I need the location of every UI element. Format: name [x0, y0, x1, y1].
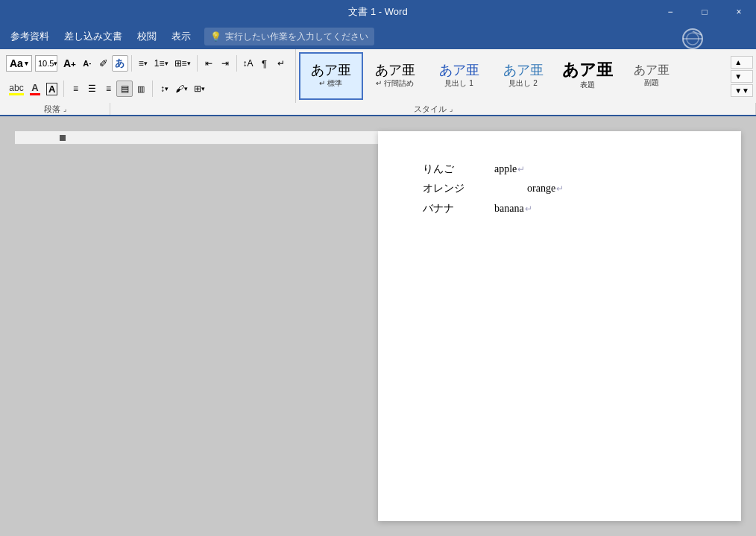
- ruler-left-indent: [60, 135, 66, 141]
- column-layout-button[interactable]: ▥: [133, 81, 149, 97]
- ruler-marks: [60, 131, 333, 144]
- search-placeholder-text: 実行したい作業を入力してください: [225, 31, 368, 43]
- char-border-button[interactable]: A: [43, 81, 60, 97]
- font-aa-text: Aa: [10, 57, 23, 69]
- highlight-button[interactable]: abc: [6, 81, 27, 97]
- minimize-button[interactable]: −: [653, 0, 687, 24]
- ribbon-label-bar: 段落 ⌟ スタイル ⌟: [0, 103, 756, 116]
- menu-hyoji[interactable]: 表示: [164, 27, 198, 46]
- ribbon: Aa ▾ 10.5 ▾ A+ A- ✐: [0, 49, 756, 116]
- text-box-icon: あ: [115, 57, 125, 70]
- style-label-5: 副題: [644, 78, 659, 88]
- style-preview-0: あア亜: [311, 63, 351, 77]
- style-label-4: 表題: [580, 80, 595, 90]
- ribbon-row-2: abc A A ≡ ☰: [3, 76, 292, 101]
- style-preview-1: あア亜: [375, 63, 415, 77]
- font-color-bar: [30, 93, 40, 95]
- style-item-compact[interactable]: あア亜 ↵ 行間詰め: [363, 52, 427, 100]
- increase-indent-button[interactable]: ⇥: [217, 55, 233, 72]
- style-item-title[interactable]: あア亜 表題: [555, 52, 620, 100]
- clear-formatting-button[interactable]: ✐: [95, 55, 112, 72]
- decrease-indent-button[interactable]: ⇤: [201, 55, 217, 72]
- font-selector-aa[interactable]: Aa ▾: [6, 55, 32, 72]
- search-box[interactable]: 💡 実行したい作業を入力してください: [204, 28, 374, 45]
- char-border-icon: A: [46, 83, 57, 95]
- separator-3: [236, 55, 237, 72]
- font-grow-button[interactable]: A+: [60, 55, 79, 72]
- clear-format-icon: ✐: [99, 57, 108, 69]
- doc-english-1: apple: [494, 161, 517, 177]
- align-justify-icon: ▤: [121, 83, 129, 94]
- separator-4: [63, 81, 64, 97]
- menu-kouken[interactable]: 校閲: [130, 27, 164, 46]
- font-shrink-button[interactable]: A-: [79, 55, 95, 72]
- styles-scroll-up[interactable]: ▲: [731, 56, 753, 69]
- highlight-color-bar: [9, 93, 24, 95]
- window-controls: − □ ×: [653, 0, 756, 24]
- style-preview-3: あア亜: [503, 63, 544, 77]
- style-item-heading2[interactable]: あア亜 見出し 2: [491, 52, 555, 100]
- text-box-button[interactable]: あ: [112, 55, 128, 72]
- align-justify-button[interactable]: ▤: [116, 81, 133, 97]
- doc-english-2: orange: [527, 180, 555, 197]
- font-size-dropdown-icon: ▾: [54, 60, 57, 67]
- window-title: 文書 1 - Word: [348, 5, 407, 19]
- show-marks-button[interactable]: ¶: [256, 55, 273, 72]
- document-page[interactable]: りんご apple ↵ オレンジ orange ↵ バナナ banana ↵: [378, 131, 741, 521]
- doc-english-3: banana: [494, 201, 524, 217]
- style-label-2: 見出し 1: [444, 78, 473, 89]
- ribbon-row-1: Aa ▾ 10.5 ▾ A+ A- ✐: [3, 51, 292, 76]
- align-left-button[interactable]: ≡: [67, 81, 84, 97]
- menu-sankoshoryo[interactable]: 参考資料: [3, 27, 57, 46]
- sort-button[interactable]: ↕A: [240, 55, 256, 72]
- style-expand-icon[interactable]: ⌟: [450, 105, 453, 113]
- shading-button[interactable]: 🖌▾: [172, 81, 191, 97]
- style-item-heading1[interactable]: あア亜 見出し 1: [427, 52, 491, 100]
- styles-scroll-buttons: ▲ ▼ ▼▼: [731, 56, 753, 97]
- align-right-button[interactable]: ≡: [100, 81, 116, 97]
- separator-1: [131, 55, 132, 72]
- doc-line-3: バナナ banana ↵: [423, 201, 696, 217]
- section-label-danraku: 段落 ⌟: [0, 103, 110, 115]
- close-button[interactable]: ×: [722, 0, 756, 24]
- section-label-style: スタイル ⌟: [110, 103, 756, 115]
- restore-button[interactable]: □: [687, 0, 722, 24]
- return-mark-3: ↵: [525, 202, 532, 216]
- search-lightbulb-icon: 💡: [210, 31, 221, 42]
- numbered-list-button[interactable]: 1≡▾: [151, 55, 171, 72]
- app-container: 文書 1 - Word − □ × 参考資料 差し込み文書 校閲 表示 💡 実行…: [0, 0, 756, 536]
- separator-5: [152, 81, 153, 97]
- ribbon-styles: あア亜 ↵ 標準 あア亜 ↵ 行間詰め あア亜 見出し 1: [296, 49, 756, 103]
- styles-expand[interactable]: ▼▼: [731, 84, 753, 97]
- document-area[interactable]: りんご apple ↵ オレンジ orange ↵ バナナ banana ↵: [0, 116, 756, 536]
- style-preview-2: あア亜: [439, 63, 479, 77]
- style-label-3: 見出し 2: [508, 78, 537, 89]
- align-center-button[interactable]: ☰: [84, 81, 100, 97]
- font-color-button[interactable]: A: [27, 81, 43, 97]
- bullet-list-button[interactable]: ≡▾: [135, 55, 151, 72]
- align-center-icon: ☰: [88, 83, 96, 94]
- line-spacing-button[interactable]: ↕▾: [156, 81, 172, 97]
- doc-japanese-2: オレンジ: [423, 180, 482, 197]
- style-item-subtitle[interactable]: あア亜 副題: [620, 52, 684, 100]
- separator-2: [197, 55, 198, 72]
- doc-japanese-1: りんご: [423, 161, 482, 177]
- font-aa-dropdown-icon: ▾: [25, 60, 28, 67]
- doc-line-1: りんご apple ↵: [423, 161, 696, 177]
- doc-japanese-3: バナナ: [423, 201, 482, 217]
- highlight-icon: abc: [9, 83, 23, 93]
- doc-line-2: オレンジ orange ↵: [423, 180, 696, 197]
- style-preview-4: あア亜: [562, 62, 613, 78]
- multilevel-list-button[interactable]: ⊞≡▾: [171, 55, 194, 72]
- font-size-selector[interactable]: 10.5 ▾: [35, 55, 57, 72]
- font-size-value: 10.5: [38, 59, 54, 68]
- style-label-1: ↵ 行間詰め: [376, 78, 414, 89]
- ribbon-logo: [674, 28, 711, 52]
- border-button[interactable]: ⊞▾: [191, 81, 208, 97]
- style-item-standard[interactable]: あア亜 ↵ 標準: [299, 52, 363, 100]
- danraku-expand-icon[interactable]: ⌟: [63, 105, 66, 113]
- paragraph-marks-button[interactable]: ↵: [273, 55, 289, 72]
- styles-scroll-down[interactable]: ▼: [731, 70, 753, 83]
- menu-sashikomibunshо[interactable]: 差し込み文書: [57, 27, 130, 46]
- return-mark-1: ↵: [517, 163, 525, 177]
